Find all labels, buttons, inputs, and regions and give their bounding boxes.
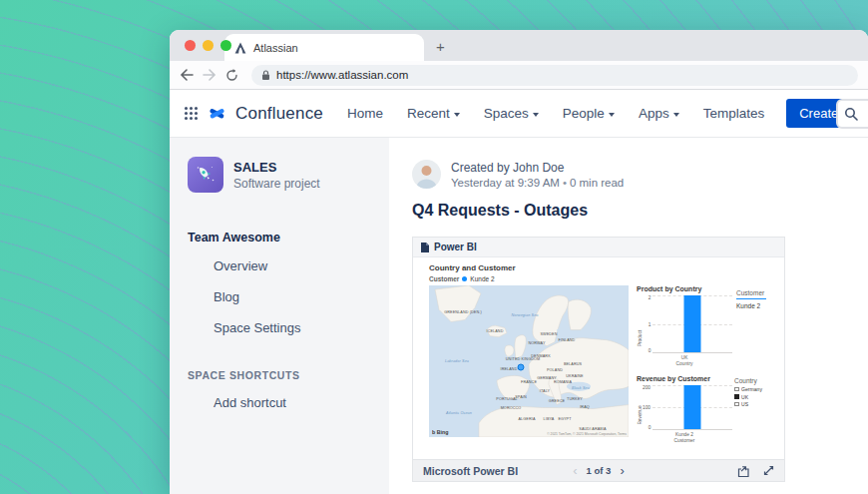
map-label: UNITED KINGDOM xyxy=(506,358,540,362)
x-axis-tick: Kunde 2 xyxy=(647,432,723,437)
sidebar-item[interactable]: Blog xyxy=(188,281,371,312)
map-data-point[interactable] xyxy=(518,364,525,371)
app-switcher-icon[interactable] xyxy=(184,106,199,121)
x-axis-label: Customer xyxy=(647,438,723,443)
y-axis-ticks: 210 xyxy=(643,295,652,352)
nav-item[interactable]: Recent xyxy=(407,106,460,121)
slicer-option[interactable]: UK xyxy=(734,394,778,400)
sidebar-item[interactable]: Space Settings xyxy=(188,312,371,343)
confluence-logo-icon xyxy=(209,105,225,122)
byline-author[interactable]: Created by John Doe xyxy=(451,161,624,175)
confluence-brand[interactable]: Confluence xyxy=(235,104,323,124)
country-slicer[interactable]: Country Germany xyxy=(734,375,778,443)
nav-item[interactable]: Home xyxy=(347,106,383,121)
map-label: NORWAY xyxy=(528,341,545,345)
y-axis-label: Revenue xyxy=(638,389,643,424)
browser-titlebar: Atlassian + xyxy=(170,30,868,61)
slicer-option[interactable]: US xyxy=(734,401,778,407)
map-label: IRELAND xyxy=(500,367,517,371)
map-label: SAUDI ARABIA xyxy=(579,428,606,432)
chart-product-by-country[interactable]: Product by Country Product 210 xyxy=(637,285,732,366)
byline: Created by John Doe Yesterday at 9:39 AM… xyxy=(412,160,868,189)
map-label: Atlantic Ocean xyxy=(446,411,472,415)
sidebar-shortcut-items: Add shortcut xyxy=(188,387,371,418)
map-label: IRAQ xyxy=(580,405,590,409)
browser-toolbar: https://www.atlassian.com xyxy=(170,61,868,90)
search-icon xyxy=(844,107,858,121)
embed-header: Power BI xyxy=(413,238,784,257)
sidebar-team-items: OverviewBlogSpace Settings xyxy=(188,250,371,343)
slicer-option[interactable]: Germany xyxy=(734,386,778,392)
legend-value: Kunde 2 xyxy=(470,275,494,282)
slicer-item[interactable]: Kunde 2 xyxy=(736,302,772,309)
chart-title: Revenue by Customer xyxy=(637,375,732,382)
sidebar-item[interactable]: Add shortcut xyxy=(188,387,371,418)
sidebar-section-team-heading: Team Awesome xyxy=(188,231,371,245)
chevron-down-icon xyxy=(609,113,615,117)
slicer-underline xyxy=(736,298,766,299)
map-label: BELARUS xyxy=(564,362,582,366)
bar-uk[interactable] xyxy=(684,295,701,352)
checkbox-icon xyxy=(734,402,739,407)
checkbox-icon xyxy=(734,394,739,399)
expand-icon[interactable] xyxy=(763,465,774,476)
map-label: MOROCCO xyxy=(501,406,522,410)
report-legend: Customer Kunde 2 xyxy=(429,275,774,282)
map-attribution: © 2021 TomTom, © 2021 Microsoft Corporat… xyxy=(547,433,627,436)
nav-item[interactable]: People xyxy=(563,106,615,121)
search-input[interactable] xyxy=(836,99,868,129)
map-label: UKRAINE xyxy=(566,374,583,378)
embed-header-label: Power BI xyxy=(434,242,477,252)
back-icon[interactable] xyxy=(180,69,194,81)
url-bar[interactable]: https://www.atlassian.com xyxy=(251,65,858,86)
embed-footer-label: Microsoft Power BI xyxy=(423,465,518,477)
map-label: ITALY xyxy=(540,390,550,394)
browser-window: Atlassian + https://www.atlassian.com xyxy=(170,30,868,494)
map-label: FINLAND xyxy=(559,338,576,342)
byline-read-time: 0 min read xyxy=(570,177,624,189)
map-label: Black Sea xyxy=(572,386,590,390)
lock-icon xyxy=(261,70,270,81)
map-label: POLAND xyxy=(547,368,563,372)
nav-menu: Home Recent Spaces People xyxy=(347,106,764,121)
url-text: https://www.atlassian.com xyxy=(276,69,408,81)
maximize-window-button[interactable] xyxy=(220,40,231,51)
legend-label: Customer xyxy=(429,275,459,282)
avatar[interactable] xyxy=(412,160,441,189)
nav-item[interactable]: Spaces xyxy=(484,106,539,121)
chevron-down-icon xyxy=(673,113,679,117)
map-label: DENMARK xyxy=(531,355,550,359)
map-label: GERMANY xyxy=(537,376,557,380)
close-window-button[interactable] xyxy=(185,40,196,51)
refresh-icon[interactable] xyxy=(225,69,238,82)
embed-footer: Microsoft Power BI ‹ 1 of 3 › xyxy=(413,459,784,481)
map-label: GREENLAND (DEN.) xyxy=(444,310,482,314)
forward-icon[interactable] xyxy=(203,69,217,81)
browser-tab[interactable]: Atlassian xyxy=(224,34,424,61)
nav-item[interactable]: Templates xyxy=(703,106,765,121)
next-page-icon[interactable]: › xyxy=(620,463,624,478)
space-type: Software project xyxy=(233,177,320,191)
page-title: Q4 Requests - Outages xyxy=(412,202,868,220)
space-header[interactable]: SALES Software project xyxy=(188,157,371,193)
slicer-header: Country xyxy=(734,377,778,384)
traffic-lights xyxy=(185,40,231,51)
minimize-window-button[interactable] xyxy=(203,40,214,51)
customer-slicer[interactable]: Customer Kunde 2 xyxy=(736,285,772,366)
map-label: FRANCE xyxy=(521,380,537,384)
bar-kunde2[interactable] xyxy=(684,385,701,429)
share-icon[interactable] xyxy=(737,465,750,477)
map-visual[interactable]: GREENLAND (DEN.)ICELANDNorwegian SeaNORW… xyxy=(429,285,629,437)
report-canvas: Country and Customer Customer Kunde 2 xyxy=(413,257,784,459)
sidebar-item[interactable]: Overview xyxy=(188,250,371,281)
x-axis-tick: UK xyxy=(647,355,723,360)
powerbi-embed-card: Power BI Country and Customer Customer K… xyxy=(412,237,785,482)
chart-revenue-by-customer[interactable]: Revenue by Customer Revenue 2001000 xyxy=(637,375,732,443)
new-tab-button[interactable]: + xyxy=(436,38,445,61)
previous-page-icon[interactable]: ‹ xyxy=(573,463,577,478)
byline-meta: Yesterday at 9:39 AM•0 min read xyxy=(451,177,624,189)
checkbox-icon xyxy=(734,387,739,392)
map-label: GREECE xyxy=(549,399,565,403)
map-label: SWEDEN xyxy=(540,332,557,336)
nav-item[interactable]: Apps xyxy=(639,106,679,121)
